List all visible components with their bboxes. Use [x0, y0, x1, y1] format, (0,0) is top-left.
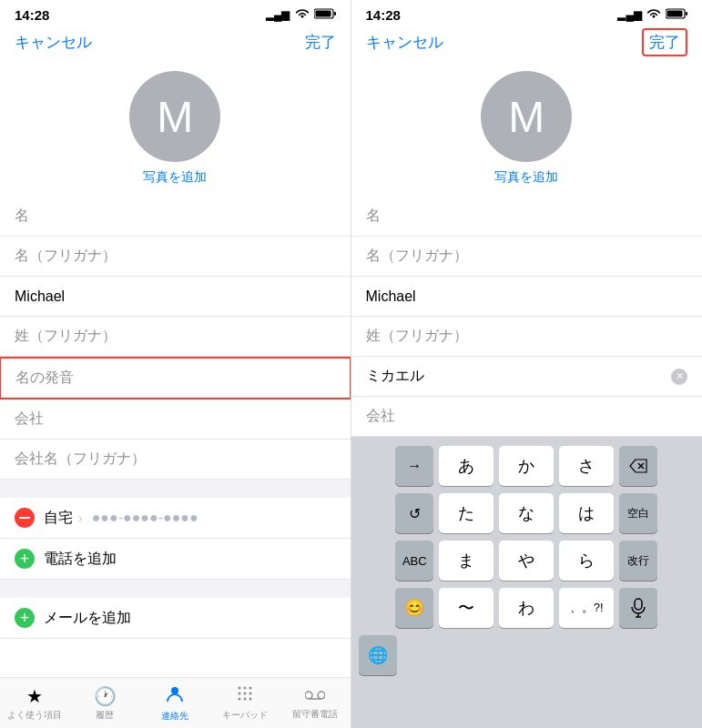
key-emoji[interactable]: 😊 — [395, 588, 433, 628]
keyboard-row-4: 😊 〜 わ 、。?! — [355, 588, 699, 628]
key-undo[interactable]: ↺ — [395, 493, 433, 533]
left-label-name-kana: 名（フリガナ） — [15, 247, 336, 266]
right-done-button[interactable]: 完了 — [642, 28, 687, 56]
right-time: 14:28 — [366, 7, 401, 23]
right-nav-bar: キャンセル 完了 — [351, 25, 703, 62]
right-add-photo[interactable]: 写真を追加 — [494, 169, 558, 186]
left-section-spacer2 — [0, 580, 351, 598]
left-field-name-kana[interactable]: 名（フリガナ） — [0, 237, 351, 277]
key-backspace[interactable] — [619, 446, 657, 486]
right-field-sei-kana[interactable]: 姓（フリガナ） — [351, 317, 703, 357]
key-ma[interactable]: ま — [439, 541, 493, 581]
left-add-email-row[interactable]: メールを追加 — [0, 598, 351, 639]
left-keypad-label: キーパッド — [222, 709, 268, 722]
key-a[interactable]: あ — [439, 446, 493, 486]
right-label-name-kana: 名（フリガナ） — [366, 247, 688, 266]
key-ka[interactable]: か — [499, 446, 554, 486]
left-field-company[interactable]: 会社 — [0, 399, 351, 440]
left-label-company: 会社 — [15, 410, 336, 429]
left-time: 14:28 — [15, 7, 49, 23]
right-panel: 14:28 ▂▄▆ キャンセル 完了 M 写真を追加 名 名（フリガナ） — [351, 0, 703, 728]
svg-point-6 — [249, 687, 252, 690]
left-label-company-kana: 会社名（フリガナ） — [15, 450, 336, 469]
left-tab-favorites[interactable]: ★ よく使う項目 — [0, 678, 70, 728]
key-ha[interactable]: は — [559, 493, 614, 533]
svg-rect-18 — [686, 12, 687, 15]
left-voicemail-icon — [305, 685, 325, 706]
left-avatar-letter: M — [157, 92, 193, 142]
svg-point-10 — [239, 698, 241, 701]
left-minus-button[interactable] — [15, 508, 35, 528]
key-ta[interactable]: た — [439, 493, 493, 533]
svg-rect-1 — [315, 10, 331, 16]
svg-point-13 — [305, 692, 312, 699]
left-voicemail-label: 留守番電話 — [292, 708, 338, 721]
left-value-michael: Michael — [15, 288, 65, 305]
right-field-michael[interactable]: Michael — [351, 277, 703, 317]
right-label-company: 会社 — [366, 407, 688, 426]
left-field-name[interactable]: 名 — [0, 197, 351, 237]
right-avatar[interactable]: M — [481, 71, 572, 162]
keyboard-row-1: → あ か さ — [355, 446, 699, 486]
left-add-photo[interactable]: 写真を追加 — [143, 169, 207, 186]
left-tab-voicemail[interactable]: 留守番電話 — [280, 678, 351, 728]
svg-point-14 — [318, 692, 325, 699]
svg-rect-17 — [667, 10, 683, 16]
svg-point-12 — [249, 698, 252, 701]
right-avatar-letter: M — [508, 92, 544, 142]
right-clear-button[interactable]: ✕ — [671, 369, 687, 385]
right-field-name[interactable]: 名 — [351, 197, 703, 237]
right-battery-icon — [666, 8, 687, 22]
keyboard-row-2: ↺ た な は 空白 — [355, 493, 699, 533]
left-wifi-icon — [295, 8, 310, 22]
right-cancel-button[interactable]: キャンセル — [366, 32, 443, 53]
key-abc[interactable]: ABC — [395, 541, 433, 581]
left-field-sei-kana[interactable]: 姓（フリガナ） — [0, 317, 351, 357]
left-field-company-kana[interactable]: 会社名（フリガナ） — [0, 440, 351, 480]
key-ya[interactable]: や — [499, 541, 554, 581]
svg-point-8 — [244, 693, 247, 695]
key-ra[interactable]: ら — [559, 541, 614, 581]
key-na[interactable]: な — [499, 493, 554, 533]
left-field-pronunciation[interactable]: 名の発音 — [0, 357, 351, 399]
keyboard-row-3: ABC ま や ら 改行 — [355, 541, 699, 581]
key-enter[interactable]: 改行 — [619, 541, 657, 581]
right-pronunciation-value: ミカエル — [366, 367, 672, 386]
right-field-company[interactable]: 会社 — [351, 397, 703, 437]
left-field-michael[interactable]: Michael — [0, 277, 351, 317]
key-space[interactable]: 空白 — [619, 493, 657, 533]
key-globe[interactable]: 🌐 — [359, 635, 397, 675]
left-done-button[interactable]: 完了 — [305, 32, 336, 53]
svg-point-4 — [239, 687, 241, 690]
key-punct[interactable]: 、。?! — [559, 588, 614, 628]
right-form-top: 名 名（フリガナ） Michael 姓（フリガナ） ミカエル ✕ 会社 — [351, 197, 703, 437]
left-tab-contacts[interactable]: 連絡先 — [140, 678, 210, 728]
key-sa[interactable]: さ — [559, 446, 614, 486]
key-mic[interactable] — [619, 588, 657, 628]
key-tilde[interactable]: 〜 — [439, 588, 493, 628]
key-arrow[interactable]: → — [395, 446, 433, 486]
left-plus-phone-button[interactable] — [15, 549, 35, 569]
left-status-bar: 14:28 ▂▄▆ — [0, 0, 351, 25]
svg-point-11 — [244, 698, 247, 701]
left-panel: 14:28 ▂▄▆ キャンセル 完了 M 写真を追加 名 名（フリガナ） — [0, 0, 351, 728]
left-recents-icon: 🕐 — [94, 685, 117, 707]
left-favorites-label: よく使う項目 — [7, 709, 62, 722]
left-form: 名 名（フリガナ） Michael 姓（フリガナ） 名の発音 会社 会社名（フリ… — [0, 197, 351, 677]
svg-point-3 — [171, 687, 178, 694]
key-wa[interactable]: わ — [499, 588, 554, 628]
left-add-phone-row[interactable]: 電話を追加 — [0, 539, 351, 580]
left-plus-email-button[interactable] — [15, 608, 35, 628]
left-add-email-label: メールを追加 — [44, 609, 131, 628]
right-pronunciation-input-row[interactable]: ミカエル ✕ — [351, 357, 703, 397]
svg-rect-2 — [334, 12, 336, 15]
left-tab-keypad[interactable]: キーパッド — [210, 678, 280, 728]
svg-point-5 — [244, 687, 247, 690]
left-cancel-button[interactable]: キャンセル — [15, 32, 92, 53]
left-phone-row[interactable]: 自宅 › ●●●-●●●●-●●●● — [0, 498, 351, 539]
right-field-name-kana[interactable]: 名（フリガナ） — [351, 237, 703, 277]
left-favorites-icon: ★ — [26, 685, 43, 707]
left-tab-recents[interactable]: 🕐 履歴 — [70, 678, 140, 728]
left-battery-icon — [314, 8, 336, 22]
left-avatar[interactable]: M — [129, 71, 220, 162]
